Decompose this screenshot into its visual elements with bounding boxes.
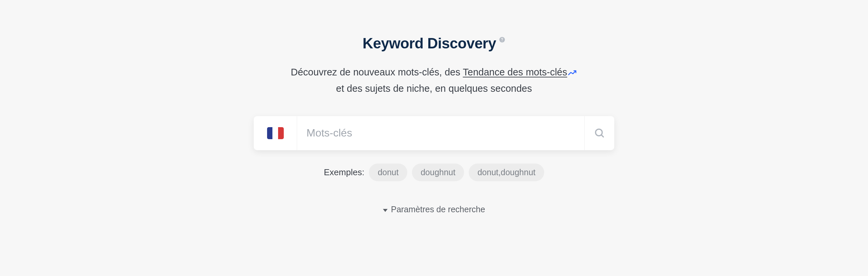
svg-line-3 <box>601 135 603 137</box>
examples-label: Exemples: <box>324 167 364 178</box>
svg-marker-4 <box>383 209 388 212</box>
flag-france-icon <box>267 127 284 139</box>
svg-point-1 <box>502 41 502 41</box>
search-box <box>254 116 614 150</box>
search-button[interactable] <box>584 116 614 150</box>
examples-row: Exemples: donut doughnut donut,doughnut <box>324 163 544 181</box>
example-pill-1[interactable]: doughnut <box>412 163 464 181</box>
subtitle-text-2: et des sujets de niche, en quelques seco… <box>291 81 577 96</box>
subtitle: Découvrez de nouveaux mots-clés, des Ten… <box>291 64 577 96</box>
caret-down-icon <box>383 205 388 214</box>
country-selector[interactable] <box>254 116 297 150</box>
trend-up-icon <box>568 65 577 81</box>
help-icon[interactable] <box>499 36 505 44</box>
subtitle-text-1: Découvrez de nouveaux mots-clés, des <box>291 67 463 78</box>
search-settings-label: Paramètres de recherche <box>391 205 485 214</box>
example-pill-0[interactable]: donut <box>369 163 407 181</box>
trend-link[interactable]: Tendance des mots-clés <box>463 67 567 78</box>
search-settings-toggle[interactable]: Paramètres de recherche <box>383 205 485 214</box>
keyword-input[interactable] <box>297 116 584 150</box>
page-title: Keyword Discovery <box>363 35 496 52</box>
search-icon <box>594 127 605 139</box>
example-pill-2[interactable]: donut,doughnut <box>469 163 544 181</box>
